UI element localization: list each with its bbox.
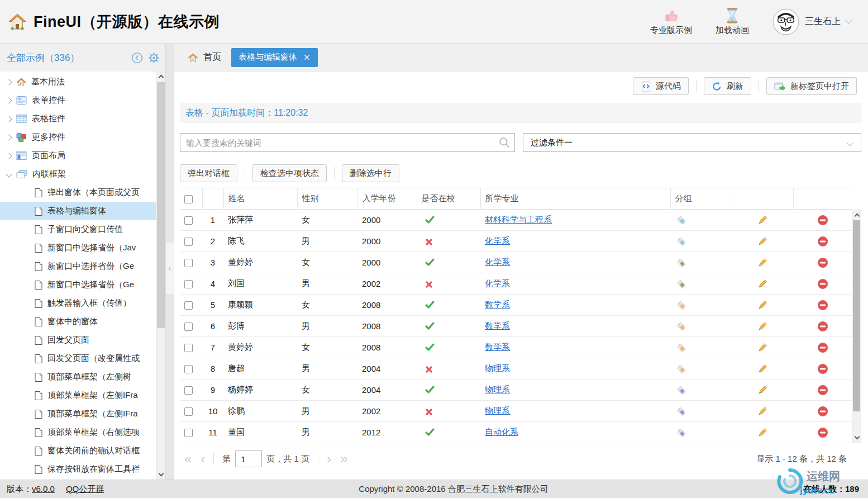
refresh-button[interactable]: 刷新 [704,77,751,95]
sidebar-tree-item[interactable]: 基本用法 [0,73,156,91]
edit-icon[interactable] [757,215,768,226]
row-checkbox[interactable] [184,238,193,246]
delete-icon[interactable] [817,215,828,226]
sidebar-tree-item[interactable]: 顶部菜单框架（左侧IFra [0,386,156,405]
sidebar-tree-item[interactable]: 顶部菜单框架（左侧树 [0,368,156,386]
major-link[interactable]: 数学系 [485,300,510,309]
major-link[interactable]: 化学系 [485,236,510,245]
delete-icon[interactable] [817,321,828,332]
edit-icon[interactable] [757,257,768,268]
major-link[interactable]: 化学系 [485,278,510,288]
sidebar-tree-item[interactable]: 触发器输入框（传值） [0,294,156,312]
select-all-checkbox[interactable] [184,195,193,203]
grid-scroll-up-icon[interactable] [852,210,861,220]
grid-scroll-down-icon[interactable] [852,433,861,443]
search-input[interactable] [180,138,494,148]
delete-icon[interactable] [817,278,828,290]
major-link[interactable]: 化学系 [485,257,510,267]
page-number-input[interactable] [235,450,262,467]
tree-expand-icon[interactable] [6,171,12,177]
sidebar-tree-item[interactable]: 窗体关闭前的确认对话框 [0,442,156,460]
sidebar-tree-item[interactable]: 回发父页面 [0,331,156,349]
major-link[interactable]: 物理系 [485,385,510,394]
delete-icon[interactable] [817,342,828,353]
row-checkbox[interactable] [184,280,193,288]
edit-icon[interactable] [757,427,768,438]
tree-expand-icon[interactable] [6,79,12,85]
delete-icon[interactable] [817,300,828,311]
row-checkbox[interactable] [184,322,193,331]
row-checkbox[interactable] [184,386,193,395]
delete-icon[interactable] [817,427,828,438]
delete-selected-button[interactable]: 删除选中行 [342,164,399,182]
edit-icon[interactable] [757,385,768,396]
sidebar-scroll-thumb[interactable] [157,82,165,328]
edit-icon[interactable] [757,278,768,290]
tree-expand-icon[interactable] [6,134,12,140]
sidebar-tree-item[interactable]: 表格与编辑窗体 [0,202,156,220]
loading-animation-link[interactable]: 加载动画 [716,8,749,36]
sidebar-tree-item[interactable]: 表格控件 [0,110,156,128]
row-checkbox[interactable] [184,344,193,352]
edit-icon[interactable] [757,321,768,332]
user-menu[interactable]: 三生石上 [772,8,851,35]
row-checkbox[interactable] [184,365,193,373]
edit-icon[interactable] [757,342,768,353]
prev-page-icon[interactable]: ‹ [196,452,209,466]
row-checkbox[interactable] [184,407,193,416]
sidebar-splitter[interactable]: ‹ [165,44,174,480]
row-checkbox[interactable] [184,429,193,437]
sidebar-tree-item[interactable]: 表单控件 [0,91,156,110]
grid-scrollbar[interactable] [852,210,861,443]
delete-icon[interactable] [817,236,828,247]
grid-scroll-thumb[interactable] [853,220,860,411]
scroll-up-icon[interactable] [156,72,165,81]
edit-icon[interactable] [757,363,768,374]
sidebar-tree-item[interactable]: 回发父页面（改变属性或 [0,349,156,368]
major-link[interactable]: 物理系 [485,406,510,415]
sidebar-tree-item[interactable]: 顶部菜单框架（左侧IFra [0,405,156,423]
open-new-tab-button[interactable]: 新标签页中打开 [766,77,857,95]
tab-home[interactable]: 首页 [188,51,221,63]
delete-icon[interactable] [817,406,828,417]
scroll-down-icon[interactable] [156,470,165,480]
search-icon[interactable] [494,134,514,151]
first-page-icon[interactable]: « [180,452,196,466]
tree-expand-icon[interactable] [6,153,12,159]
sidebar-tree-item[interactable]: 弹出窗体（本页面或父页 [0,183,156,202]
next-page-icon[interactable]: › [322,452,336,466]
tab-grid-edit-window[interactable]: 表格与编辑窗体 ✕ [231,48,318,67]
edit-icon[interactable] [757,300,768,311]
collapse-handle[interactable]: ‹ [166,243,174,294]
major-link[interactable]: 数学系 [485,321,510,330]
sidebar-tree-item[interactable]: 顶部菜单框架（右侧选项 [0,423,156,442]
sidebar-tree-item[interactable]: 子窗口向父窗口传值 [0,220,156,239]
row-checkbox[interactable] [184,301,193,310]
last-page-icon[interactable]: » [336,452,352,466]
sidebar-tree-item[interactable]: 页面布局 [0,146,156,165]
delete-icon[interactable] [817,257,828,268]
source-code-button[interactable]: 源代码 [633,77,689,95]
tree-expand-icon[interactable] [6,116,12,122]
tab-close-icon[interactable]: ✕ [303,53,311,61]
major-link[interactable]: 数学系 [485,342,510,352]
row-checkbox[interactable] [184,259,193,267]
major-link[interactable]: 物理系 [485,363,510,373]
sidebar-tree-item[interactable]: 新窗口中选择省份（Ge [0,276,156,294]
version-link[interactable]: v6.0.0 [32,484,55,494]
row-checkbox[interactable] [184,216,193,225]
open-dialog-button[interactable]: 弹出对话框 [180,164,237,182]
sidebar-tree-item[interactable]: 更多控件 [0,128,156,146]
delete-icon[interactable] [817,385,828,396]
pro-examples-link[interactable]: 专业版示例 [650,8,692,36]
tree-expand-icon[interactable] [6,97,12,103]
qq-group-link[interactable]: QQ公开群 [66,484,104,495]
filter-dropdown[interactable]: 过滤条件一 [523,133,861,152]
gear-icon[interactable] [148,52,160,64]
delete-icon[interactable] [817,363,828,374]
sidebar-tree-item[interactable] [0,478,156,480]
sidebar-tree-item[interactable]: 新窗口中选择省份（Ge [0,257,156,276]
collapse-sidebar-icon[interactable] [131,52,143,64]
major-link[interactable]: 材料科学与工程系 [485,215,552,224]
edit-icon[interactable] [757,406,768,417]
